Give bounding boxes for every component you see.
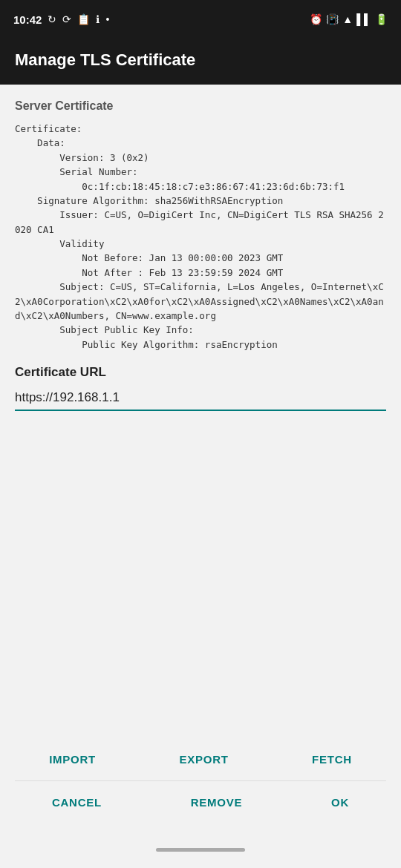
import-button[interactable]: IMPORT: [36, 746, 109, 773]
status-right: ⏰ 📳 ▲ ▌▌ 🔋: [310, 13, 388, 25]
main-content: Server Certificate Certificate: Data: Ve…: [0, 85, 401, 411]
certificate-url-label: Certificate URL: [15, 365, 386, 380]
server-certificate-section-title: Server Certificate: [15, 99, 386, 113]
cert-line-5: 0c:1f:cb:18:45:18:c7:e3:86:67:41:23:6d:6…: [15, 180, 386, 194]
cert-line-4: Serial Number:: [15, 165, 386, 179]
status-left: 10:42 ↻ ⟳ 📋 ℹ •: [13, 13, 109, 26]
cert-line-6: Signature Algorithm: sha256WithRSAEncryp…: [15, 194, 386, 208]
battery-icon: 🔋: [375, 13, 388, 25]
cert-line-7: Issuer: C=US, O=DigiCert Inc, CN=DigiCer…: [15, 208, 386, 237]
cert-line-10: Not After : Feb 13 23:59:59 2024 GMT: [15, 266, 386, 280]
info-icon: ℹ: [96, 13, 100, 25]
app-header: Manage TLS Certificate: [0, 39, 401, 85]
export-button[interactable]: EXPORT: [166, 746, 241, 773]
ok-button[interactable]: OK: [318, 789, 362, 816]
button-row-2: CANCEL REMOVE OK: [7, 781, 394, 823]
page-title: Manage TLS Certificate: [15, 50, 386, 70]
status-time: 10:42: [13, 13, 42, 26]
clipboard-icon: 📋: [77, 13, 90, 25]
cert-line-12: Subject Public Key Info:: [15, 323, 386, 337]
cert-line-1: Certificate:: [15, 122, 386, 136]
cancel-button[interactable]: CANCEL: [39, 789, 115, 816]
signal-icon: ▌▌: [356, 13, 371, 25]
remove-button[interactable]: REMOVE: [177, 789, 256, 816]
cert-line-9: Not Before: Jan 13 00:00:00 2023 GMT: [15, 251, 386, 265]
button-row-1: IMPORT EXPORT FETCH: [7, 738, 394, 780]
fetch-button[interactable]: FETCH: [299, 746, 365, 773]
sync-icon: ⟳: [62, 13, 71, 25]
refresh-icon: ↻: [48, 13, 56, 25]
cert-line-13: Public Key Algorithm: rsaEncryption: [15, 338, 386, 352]
button-area: IMPORT EXPORT FETCH CANCEL REMOVE OK: [0, 723, 401, 823]
cert-line-11: Subject: C=US, ST=California, L=Los Ange…: [15, 280, 386, 323]
wifi-icon: ▲: [342, 13, 353, 25]
cert-line-8: Validity: [15, 237, 386, 251]
certificate-url-input[interactable]: [15, 387, 386, 411]
certificate-url-section: Certificate URL: [15, 365, 386, 411]
bottom-navigation-bar: [0, 831, 401, 868]
bottom-home-indicator: [156, 848, 245, 852]
dot-icon: •: [105, 13, 109, 25]
cert-line-3: Version: 3 (0x2): [15, 151, 386, 165]
cert-line-2: Data:: [15, 136, 386, 150]
alarm-icon: ⏰: [310, 13, 322, 25]
status-bar: 10:42 ↻ ⟳ 📋 ℹ • ⏰ 📳 ▲ ▌▌ 🔋: [0, 0, 401, 39]
vibrate-icon: 📳: [326, 13, 339, 25]
certificate-details-block: Certificate: Data: Version: 3 (0x2) Seri…: [15, 122, 386, 352]
